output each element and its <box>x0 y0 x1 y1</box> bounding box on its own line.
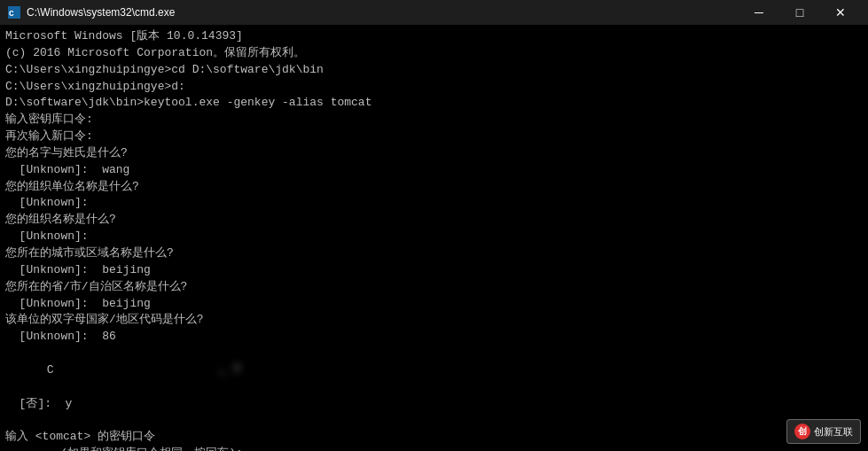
line-prompt1: 输入密钥库口令: <box>5 112 863 128</box>
line-sub-prompt: (如果和密钥库口令相同，按回车): <box>5 446 863 451</box>
line-country-a: [Unknown]: 86 <box>5 329 863 346</box>
watermark-logo: 创 <box>794 424 810 439</box>
title-bar-text: C:\Windows\system32\cmd.exe <box>27 6 175 19</box>
line-prov-a: [Unknown]: beijing <box>5 296 863 313</box>
title-bar: C C:\Windows\system32\cmd.exe ─ □ ✕ <box>0 0 868 25</box>
line-blurred: C , T <box>5 346 863 396</box>
line-country-q: 该单位的双字母国家/地区代码是什么? <box>5 312 863 329</box>
line-prov-q: 您所在的省/市/自治区名称是什么? <box>5 279 863 296</box>
line-1: Microsoft Windows [版本 10.0.14393] <box>5 28 863 45</box>
line-city-q: 您所在的城市或区域名称是什么? <box>5 245 863 262</box>
terminal-body[interactable]: Microsoft Windows [版本 10.0.14393] (c) 20… <box>0 25 868 451</box>
line-org-q: 您的组织单位名称是什么? <box>5 179 863 196</box>
svg-text:C: C <box>9 9 14 19</box>
line-city-a: [Unknown]: beijing <box>5 262 863 279</box>
blurred-content: , T <box>54 363 289 377</box>
line-2: (c) 2016 Microsoft Corporation。保留所有权利。 <box>5 45 863 62</box>
line-cd: C:\Users\xingzhuipingye>cd D:\software\j… <box>5 62 863 79</box>
watermark: 创 创新互联 <box>786 419 861 444</box>
line-orgname-a: [Unknown]: <box>5 229 863 245</box>
line-keytool: D:\software\jdk\bin>keytool.exe -genkey … <box>5 95 863 112</box>
close-button[interactable]: ✕ <box>820 0 861 25</box>
line-key-prompt: 输入 <tomcat> 的密钥口令 <box>5 429 863 446</box>
line-prompt2: 再次输入新口令: <box>5 128 863 145</box>
line-name-a: [Unknown]: wang <box>5 162 863 179</box>
line-confirm: [否]: y <box>5 396 863 413</box>
line-org-a: [Unknown]: <box>5 195 863 212</box>
cmd-icon: C <box>7 5 21 19</box>
line-d: C:\Users\xingzhuipingye>d: <box>5 79 863 96</box>
line-name-q: 您的名字与姓氏是什么? <box>5 145 863 162</box>
title-bar-controls: ─ □ ✕ <box>739 0 861 25</box>
window: C C:\Windows\system32\cmd.exe ─ □ ✕ Micr… <box>0 0 868 451</box>
watermark-text: 创新互联 <box>814 425 853 439</box>
line-orgname-q: 您的组织名称是什么? <box>5 212 863 229</box>
maximize-button[interactable]: □ <box>779 0 820 25</box>
minimize-button[interactable]: ─ <box>739 0 779 25</box>
title-bar-left: C C:\Windows\system32\cmd.exe <box>7 5 175 19</box>
line-empty1 <box>5 412 863 429</box>
